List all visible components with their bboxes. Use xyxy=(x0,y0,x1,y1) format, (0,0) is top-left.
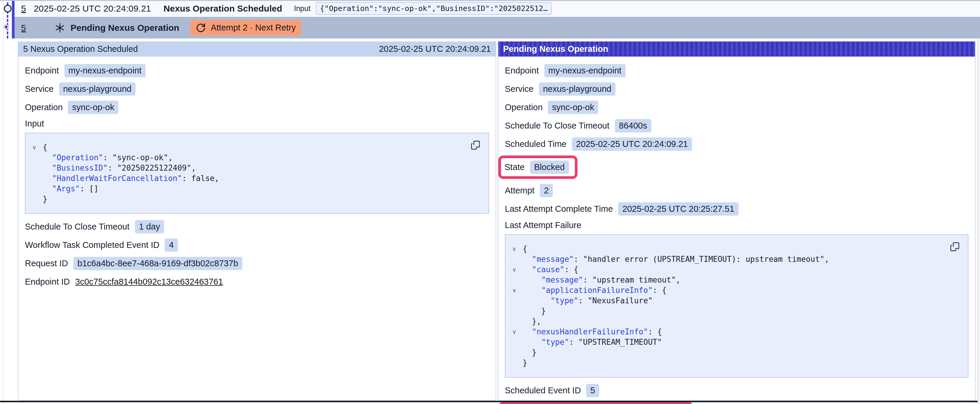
code-line: ∨ "applicationFailureInfo": { xyxy=(512,285,959,296)
pending-operation-icon xyxy=(54,22,65,33)
code-text: "applicationFailureInfo": { xyxy=(523,285,667,296)
code-line: ∨ } xyxy=(512,347,959,358)
code-line: ∨ "BusinessID": "20250225122409", xyxy=(33,163,480,173)
pending-operation-card: Pending Nexus Operation Endpointmy-nexus… xyxy=(498,41,975,401)
field-value-last-attempt-complete-time: 2025-02-25 UTC 20:25:27.51 xyxy=(618,202,738,215)
code-line: ∨ "nexusHandlerFailureInfo": { xyxy=(512,327,959,337)
field-row-request-id: Request IDb1c6a4bc-8ee7-468a-9169-df3b02… xyxy=(25,257,489,270)
left-gutter-line xyxy=(3,0,3,404)
code-line: ∨{ xyxy=(512,244,959,254)
field-row-last-attempt-complete-time: Last Attempt Complete Time2025-02-25 UTC… xyxy=(505,202,969,215)
collapse-chevron-icon[interactable]: ∨ xyxy=(33,142,43,152)
field-row-service: Servicenexus-playground xyxy=(25,82,489,96)
event-row-pending-nexus-operation[interactable]: 5 Pending Nexus Operation Attempt 2 · Ne… xyxy=(14,17,980,38)
code-text: "type": "NexusFailure" xyxy=(523,296,652,306)
code-line: ∨ "Args": [] xyxy=(33,184,480,194)
field-row-schedule-to-close-timeout: Schedule To Close Timeout86400s xyxy=(505,119,969,132)
field-label-operation: Operation xyxy=(505,103,542,112)
field-label-endpoint: Endpoint xyxy=(505,66,539,76)
timeline-selected-dot-icon xyxy=(3,24,9,30)
code-text: } xyxy=(523,347,536,358)
field-label-scheduled-time: Scheduled Time xyxy=(505,139,566,149)
code-text: } xyxy=(43,194,48,204)
code-line: ∨} xyxy=(33,194,480,204)
field-label-state: State xyxy=(504,162,525,172)
bottom-divider xyxy=(0,401,978,402)
collapse-chevron-icon[interactable]: ∨ xyxy=(512,285,523,296)
field-row-blocked-reason: Blocked ReasonThe circuit breaker is ope… xyxy=(502,402,969,404)
field-value-endpoint: my-nexus-endpoint xyxy=(544,64,626,77)
field-row-state: StateBlocked xyxy=(502,155,969,179)
pending-event-title: Pending Nexus Operation xyxy=(71,23,180,33)
selected-indicator-bar xyxy=(12,1,14,38)
field-value-operation: sync-op-ok xyxy=(68,101,118,114)
field-label-attempt: Attempt xyxy=(505,186,535,195)
code-text: "type": "UPSTREAM_TIMEOUT" xyxy=(523,337,662,347)
vertical-scrollbar[interactable] xyxy=(977,39,980,404)
collapse-chevron-icon[interactable]: ∨ xyxy=(512,265,523,275)
code-text: "message": "handler error (UPSTREAM_TIME… xyxy=(523,254,829,265)
field-value-service: nexus-playground xyxy=(539,82,616,96)
field-row-scheduled-time: Scheduled Time2025-02-25 UTC 20:24:09.21 xyxy=(505,137,969,151)
code-line: ∨ "HandlerWaitForCancellation": false, xyxy=(33,173,480,184)
field-value-workflow-task-completed-event-id: 4 xyxy=(165,238,178,252)
code-line: ∨ } xyxy=(512,306,959,316)
field-row-attempt: Attempt2 xyxy=(505,184,969,197)
event-input-preview-chip[interactable]: {"Operation":"sync-op-ok","BusinessID":"… xyxy=(316,2,552,15)
code-text: { xyxy=(43,142,48,152)
attempt-retry-badge-label: Attempt 2 · Next Retry xyxy=(211,23,296,33)
code-line: ∨ "message": "upstream timeout", xyxy=(512,275,959,285)
copy-icon[interactable] xyxy=(470,140,481,151)
highlight-box-blocked-reason: Blocked ReasonThe circuit breaker is ope… xyxy=(498,402,693,404)
field-label-operation: Operation xyxy=(25,103,63,112)
copy-icon[interactable] xyxy=(950,241,960,252)
code-text: "HandlerWaitForCancellation": false, xyxy=(43,173,219,184)
code-line: ∨{ xyxy=(33,142,480,152)
event-time: 2025-02-25 UTC 20:24:09.21 xyxy=(34,3,151,14)
field-label-last-attempt-complete-time: Last Attempt Complete Time xyxy=(505,204,613,214)
page-top-border xyxy=(0,0,980,1)
failure-section-label: Last Attempt Failure xyxy=(505,220,969,230)
event-detail-card-scheduled: 5 Nexus Operation Scheduled 2025-02-25 U… xyxy=(18,41,496,401)
code-line: ∨ }, xyxy=(512,316,959,327)
field-link-endpoint-id[interactable]: 3c0c75ccfa8144b092c13ce632463761 xyxy=(75,275,223,288)
collapse-chevron-icon[interactable]: ∨ xyxy=(512,327,523,337)
field-label-workflow-task-completed-event-id: Workflow Task Completed Event ID xyxy=(25,240,159,250)
field-label-schedule-to-close-timeout: Schedule To Close Timeout xyxy=(505,121,609,131)
field-row-operation: Operationsync-op-ok xyxy=(505,100,969,114)
collapse-chevron-icon[interactable]: ∨ xyxy=(512,244,523,254)
left-card-body: Endpointmy-nexus-endpointServicenexus-pl… xyxy=(18,57,496,296)
right-card-header: Pending Nexus Operation xyxy=(498,41,975,57)
code-text: "BusinessID": "20250225122409", xyxy=(43,163,196,173)
field-value-schedule-to-close-timeout: 86400s xyxy=(615,119,651,132)
event-row-nexus-operation-scheduled[interactable]: 5 2025-02-25 UTC 20:24:09.21 Nexus Opera… xyxy=(14,0,980,17)
event-id-link[interactable]: 5 xyxy=(21,3,26,14)
field-value-schedule-to-close-timeout: 1 day xyxy=(135,220,164,233)
code-line: ∨ "Operation": "sync-op-ok", xyxy=(33,152,480,163)
highlight-box-state: StateBlocked xyxy=(498,155,578,179)
failure-code-block: ∨{∨ "message": "handler error (UPSTREAM_… xyxy=(505,234,969,378)
code-text: "Operation": "sync-op-ok", xyxy=(43,152,173,163)
field-value-attempt: 2 xyxy=(540,184,553,197)
field-value-operation: sync-op-ok xyxy=(548,101,598,114)
code-text: "cause": { xyxy=(523,265,578,275)
attempt-retry-badge: Attempt 2 · Next Retry xyxy=(191,20,301,36)
field-value-service: nexus-playground xyxy=(59,82,136,96)
code-line: ∨ "message": "handler error (UPSTREAM_TI… xyxy=(512,254,959,265)
event-history-rows: 5 2025-02-25 UTC 20:24:09.21 Nexus Opera… xyxy=(14,0,980,38)
code-line: ∨} xyxy=(512,358,959,368)
code-line: ∨ "type": "NexusFailure" xyxy=(512,296,959,306)
field-row-service: Servicenexus-playground xyxy=(505,82,969,96)
field-value-scheduled-time: 2025-02-25 UTC 20:24:09.21 xyxy=(572,138,692,151)
field-label-scheduled-event-id: Scheduled Event ID xyxy=(505,386,581,395)
field-label-endpoint-id: Endpoint ID xyxy=(25,277,70,287)
code-text: "message": "upstream timeout", xyxy=(523,275,681,285)
field-row-operation: Operationsync-op-ok xyxy=(25,100,489,114)
event-id-link[interactable]: 5 xyxy=(21,23,26,33)
field-label-service: Service xyxy=(25,84,54,94)
right-card-body: Endpointmy-nexus-endpointServicenexus-pl… xyxy=(498,57,975,404)
input-code-block: ∨{∨ "Operation": "sync-op-ok",∨ "Busines… xyxy=(25,133,489,214)
timeline-event-dot-icon xyxy=(4,5,11,13)
code-text: } xyxy=(523,358,527,368)
field-value-state: Blocked xyxy=(530,160,569,174)
